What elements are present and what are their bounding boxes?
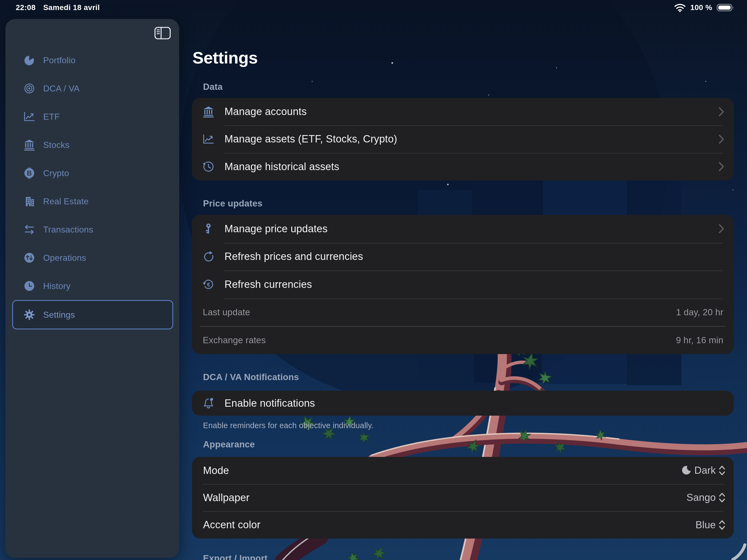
exchange-rates-value: 9 hr, 16 min [676,335,723,345]
mode-row: Mode Dark [192,457,734,484]
exchange-rates-label: Exchange rates [203,335,266,345]
accent-color-value: Blue [695,519,716,531]
notifications-card: Enable notifications [192,391,734,416]
euro-refresh-icon: € [203,278,214,290]
sidebar-toggle-icon [154,26,171,40]
section-header-data: Data [203,81,223,92]
bitcoin-icon: B [23,167,35,179]
sidebar-item-label: Portfolio [43,55,75,65]
section-header-appearance: Appearance [203,439,255,450]
enable-notifications-row[interactable]: Enable notifications [192,391,734,416]
wifi-icon [674,3,686,12]
clock-date: Samedi 18 avril [43,3,100,12]
battery-icon [717,3,735,12]
price-updates-card: Manage price updates Refresh prices and … [192,215,734,354]
sidebar-item-etf[interactable]: ETF [5,103,179,131]
row-label: Manage historical assets [225,161,339,172]
last-update-label: Last update [203,307,250,317]
wallpaper-select[interactable]: Sango [687,491,726,504]
bell-badge-icon [203,397,214,409]
sidebar-item-real-estate[interactable]: Real Estate [5,187,179,215]
row-label: Refresh currencies [225,278,312,290]
status-bar: 22:08 Samedi 18 avril 100 % [0,0,747,14]
row-label: Manage accounts [225,106,307,117]
sidebar-item-transactions[interactable]: Transactions [5,215,179,244]
refresh-currencies-row[interactable]: € Refresh currencies [192,270,734,298]
sidebar-item-label: Crypto [43,168,69,178]
last-update-value: 1 day, 20 hr [676,307,723,317]
page-title: Settings [192,49,258,66]
manage-assets-row[interactable]: Manage assets (ETF, Stocks, Crypto) [192,125,734,153]
sidebar-item-dca-va[interactable]: DCA / VA [5,74,179,103]
sidebar-item-label: Real Estate [43,196,89,207]
manage-price-updates-row[interactable]: Manage price updates [192,215,734,243]
svg-text:€: € [207,282,210,288]
row-label: Manage price updates [225,223,328,235]
last-update-row: Last update 1 day, 20 hr [192,298,734,326]
wallpaper-value: Sango [687,492,716,503]
accent-color-select[interactable]: Blue [695,519,726,531]
settings-page: Settings Data Manage accounts Manage ass… [192,0,734,560]
chevron-right-icon [719,134,724,144]
sidebar-nav: Portfolio DCA / VA ETF [5,46,179,329]
chevron-right-icon [719,224,724,234]
sidebar-item-crypto[interactable]: B Crypto [5,159,179,187]
chevron-up-down-icon [719,519,726,531]
buildings-icon [23,195,35,207]
wallpaper-row: Wallpaper Sango [192,484,734,511]
pie-chart-icon [23,54,35,66]
key-icon [203,223,214,235]
svg-text:B: B [27,169,32,177]
sidebar-item-label: DCA / VA [43,84,80,94]
mode-select[interactable]: Dark [680,464,726,477]
chevron-up-down-icon [719,464,726,477]
sidebar-item-label: Operations [43,253,86,263]
sidebar: Portfolio DCA / VA ETF [5,19,179,558]
exchange-rates-row: Exchange rates 9 hr, 16 min [192,326,734,354]
section-header-notifications: DCA / VA Notifications [203,372,299,382]
sidebar-item-label: History [43,281,71,291]
gear-icon [23,309,35,321]
mode-label: Mode [203,465,229,476]
section-header-export-import: Export / Import [203,553,268,560]
mode-value: Dark [694,465,716,476]
sidebar-item-operations[interactable]: Operations [5,244,179,272]
chevron-right-icon [719,107,724,117]
bank-icon [203,106,214,118]
manage-historical-assets-row[interactable]: Manage historical assets [192,153,734,181]
sidebar-item-label: Transactions [43,225,93,235]
target-icon [23,82,35,95]
appearance-card: Mode Dark Wallpaper Sango Accent color B… [192,457,734,539]
chevron-right-icon [719,162,724,171]
battery-percent: 100 % [690,3,712,12]
sidebar-toggle-button[interactable] [154,26,171,40]
clock-time: 22:08 [16,3,35,12]
line-chart-icon [203,133,214,145]
moon-icon [680,465,692,476]
row-label: Refresh prices and currencies [225,251,363,262]
section-header-price-updates: Price updates [203,198,262,209]
sidebar-item-settings[interactable]: Settings [12,300,173,329]
clock-history-icon [203,161,214,172]
sidebar-item-label: Settings [43,310,75,320]
sidebar-item-history[interactable]: History [5,272,179,300]
chevron-up-down-icon [719,491,726,504]
sidebar-item-portfolio[interactable]: Portfolio [5,46,179,74]
wallpaper-label: Wallpaper [203,492,250,504]
refresh-prices-row[interactable]: Refresh prices and currencies [192,243,734,271]
accent-color-label: Accent color [203,519,261,531]
sidebar-item-label: ETF [43,112,60,122]
data-card: Manage accounts Manage assets (ETF, Stoc… [192,98,734,181]
transfer-arrows-icon [23,223,35,236]
bank-icon [23,139,35,151]
sidebar-item-label: Stocks [43,140,70,150]
line-chart-icon [23,111,35,123]
row-label: Manage assets (ETF, Stocks, Crypto) [225,133,397,145]
refresh-icon [203,251,214,263]
clock-icon [23,280,35,292]
sidebar-item-stocks[interactable]: Stocks [5,131,179,159]
row-label: Enable notifications [225,398,315,409]
manage-accounts-row[interactable]: Manage accounts [192,98,734,125]
up-down-circle-icon [23,252,35,264]
accent-color-row: Accent color Blue [192,511,734,539]
